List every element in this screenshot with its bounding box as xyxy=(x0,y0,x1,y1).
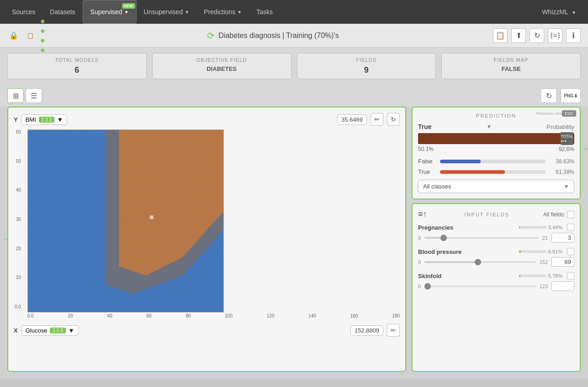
dropdown-arrow[interactable]: ▼ xyxy=(486,124,492,130)
input-fields-header: ≡↑ INPUT FIELDS All fields: xyxy=(418,210,574,219)
toolbar-title: ⟳ Diabetes diagnosis | Training (70%)'s xyxy=(57,30,489,41)
field-header-blood-pressure: Blood pressure 6.61% xyxy=(418,248,574,255)
png-export-btn[interactable]: PNG⬇ xyxy=(561,88,581,103)
nav-new-badge: NEW xyxy=(122,3,135,9)
y-axis-value[interactable]: 35.6469 xyxy=(337,114,367,125)
stat-fields-map-value: FALSE xyxy=(447,65,575,72)
refresh-icon[interactable]: ↻ xyxy=(530,28,544,43)
esc-badge: ESC xyxy=(562,110,576,117)
stat-objective-field-label: OBJECTIVE FIELD xyxy=(158,57,286,63)
y-axis-select[interactable]: BMI 1 2 3 ▼ xyxy=(21,114,67,125)
prediction-stats: 50.1% 92.6% xyxy=(418,146,574,152)
nav-predictions-caret: ▼ xyxy=(237,10,242,15)
nav-supervised-caret: ▼ xyxy=(124,10,129,15)
pregnancies-checkbox[interactable] xyxy=(567,224,574,231)
info-icon[interactable]: ℹ xyxy=(566,28,581,43)
chart-arrow-icon: → xyxy=(2,235,11,244)
heatmap-svg xyxy=(28,130,223,312)
prediction-arrow-icon: ← xyxy=(583,144,588,154)
view-right-actions: ↻ PNG⬇ xyxy=(540,88,581,103)
upload-icon[interactable]: ⬆ xyxy=(511,28,526,43)
stat-fields-map: FIELDS MAP FALSE xyxy=(441,53,581,79)
nav-tasks[interactable]: Tasks xyxy=(249,0,280,24)
chart-panel: CHART → Y BMI 1 2 3 ▼ 35.6469 ✏ ↻ 60 50 … xyxy=(7,107,406,372)
x-axis-select[interactable]: Glucose 1 2 3 ▼ xyxy=(21,325,79,336)
field-slider-skinfold: 0 123 xyxy=(418,281,574,291)
skinfold-value-input[interactable] xyxy=(551,281,574,291)
code-icon[interactable]: ⟨=⟩ xyxy=(548,28,562,43)
stat-fields-label: FIELDS xyxy=(303,57,430,63)
field-row-pregnancies: Pregnancies 3.44% 0 xyxy=(418,224,574,242)
nav-supervised-label: Supervised xyxy=(90,8,122,16)
pregnancies-value-input[interactable] xyxy=(551,233,574,242)
y-axis-labels: 60 50 40 30 20 10 0.0 xyxy=(15,129,21,309)
stat-total-models-value: 6 xyxy=(13,65,141,75)
nav-whizzml-caret: ▼ xyxy=(572,10,576,15)
blood-pressure-slider[interactable] xyxy=(424,258,536,267)
blood-pressure-checkbox[interactable] xyxy=(567,248,574,255)
x-axis-control: X Glucose 1 2 3 ▼ 152.8809 ✏ xyxy=(14,324,400,337)
x-axis-caret: ▼ xyxy=(69,327,74,334)
prediction-bar: TOTAL⟷ xyxy=(418,133,574,144)
field-header-pregnancies: Pregnancies 3.44% xyxy=(418,224,574,231)
nav-unsupervised-caret: ▼ xyxy=(185,10,189,15)
stats-bar: TOTAL MODELS 6 OBJECTIVE FIELD DIABETES … xyxy=(0,48,588,85)
right-panel: ← PREDICTION ESC Releases view PREDICTIO… xyxy=(412,107,581,372)
nav-supervised[interactable]: Supervised NEW ▼ xyxy=(83,0,137,24)
grid-view-btn[interactable]: ⊞ xyxy=(7,88,24,103)
nav-datasets[interactable]: Datasets xyxy=(42,0,82,24)
nav-sources[interactable]: Sources xyxy=(5,0,42,24)
version-icon[interactable]: 📋 xyxy=(24,29,37,42)
lock-icon: 🔒 xyxy=(7,29,20,42)
stat-total-models-label: TOTAL MODELS xyxy=(13,57,141,63)
stat-objective-field-value: DIABETES xyxy=(158,65,286,72)
blood-pressure-value-input[interactable] xyxy=(551,257,574,267)
pregnancies-slider[interactable] xyxy=(424,233,539,242)
classes-caret-icon: ▼ xyxy=(563,183,569,190)
field-row-skinfold: Skinfold 5.78% 0 xyxy=(418,272,574,291)
field-header-skinfold: Skinfold 5.78% xyxy=(418,272,574,280)
stat-fields-value: 9 xyxy=(303,65,430,75)
classes-select[interactable]: All classes ▼ xyxy=(418,180,574,193)
pred-true-row: True 61.38% xyxy=(418,168,574,175)
pred-true-bar-bg xyxy=(440,170,546,174)
prediction-outer-label: ← PREDICTION xyxy=(583,144,588,154)
field-slider-pregnancies: 0 21 xyxy=(418,233,574,242)
x-axis-labels: 0.0 20 40 60 80 100 120 140 160 180 xyxy=(27,312,400,318)
toolbar-actions: 📋 ⬆ ↻ ⟨=⟩ ℹ xyxy=(493,28,581,43)
x-edit-btn[interactable]: ✏ xyxy=(387,324,400,337)
fields-sort-icon: ≡↑ xyxy=(418,210,427,219)
view-controls: ⊞ ☰ ↻ PNG⬇ xyxy=(0,85,588,107)
main-content: CHART → Y BMI 1 2 3 ▼ 35.6469 ✏ ↻ 60 50 … xyxy=(0,107,588,379)
y-axis-control: Y BMI 1 2 3 ▼ 35.6469 ✏ ↻ xyxy=(14,113,400,126)
refresh-view-btn[interactable]: ↻ xyxy=(540,88,557,103)
x-axis-value[interactable]: 152.8809 xyxy=(350,325,383,336)
skinfold-slider[interactable] xyxy=(424,282,536,291)
pred-false-bar-bg xyxy=(440,160,546,163)
svg-rect-23 xyxy=(150,215,154,219)
chart-area: 60 50 40 30 20 10 0.0 xyxy=(27,129,400,318)
y-edit-btn[interactable]: ✏ xyxy=(371,113,383,126)
status-dots: ● ● ● ● xyxy=(40,29,53,42)
clipboard-icon[interactable]: 📋 xyxy=(493,28,508,43)
field-row-blood-pressure: Blood pressure 6.61% 0 xyxy=(418,248,574,267)
total-icon[interactable]: TOTAL⟷ xyxy=(561,132,573,145)
toolbar: 🔒 📋 ● ● ● ● ⟳ Diabetes diagnosis | Train… xyxy=(0,24,588,48)
pred-true-bar-fill xyxy=(440,170,505,174)
nav-whizzml[interactable]: WhizzML ▼ xyxy=(535,8,583,16)
stat-total-models: TOTAL MODELS 6 xyxy=(7,53,147,79)
navbar: Sources Datasets Supervised NEW ▼ Unsupe… xyxy=(0,0,588,24)
y-axis-caret: ▼ xyxy=(57,116,63,123)
prediction-panel: ← PREDICTION ESC Releases view PREDICTIO… xyxy=(412,107,581,199)
nav-predictions[interactable]: Predictions ▼ xyxy=(196,0,249,24)
y-refresh-btn[interactable]: ↻ xyxy=(387,113,400,126)
nav-unsupervised[interactable]: Unsupervised ▼ xyxy=(137,0,197,24)
prediction-bar-fill xyxy=(418,133,574,144)
skinfold-checkbox[interactable] xyxy=(567,272,574,280)
stat-fields: FIELDS 9 xyxy=(297,53,436,79)
chart-outer-label: CHART → xyxy=(0,235,11,244)
all-fields-checkbox[interactable] xyxy=(567,211,574,218)
input-fields-panel: ← INPUTFIELDS ≡↑ INPUT FIELDS All fields… xyxy=(412,203,581,372)
list-view-btn[interactable]: ☰ xyxy=(26,88,42,103)
heatmap-canvas xyxy=(27,129,224,312)
